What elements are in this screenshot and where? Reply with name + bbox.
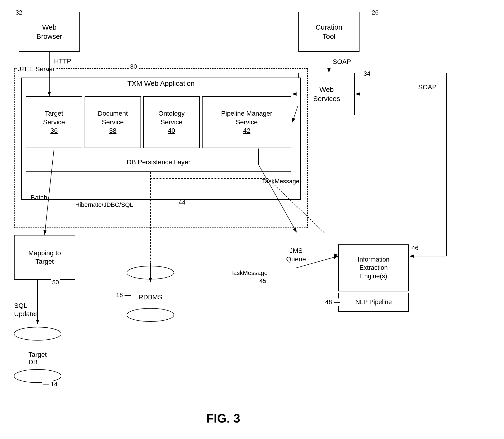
web-services-label: WebServices [313, 85, 340, 103]
svg-point-4 [127, 308, 174, 321]
figure-title: FIG. 3 [165, 411, 282, 425]
target-service-label: TargetService36 [43, 109, 65, 135]
nlp-pipeline-box: NLP Pipeline [338, 293, 409, 312]
target-db-label: TargetDB [28, 351, 47, 366]
target-db-box: TargetDB [12, 324, 63, 385]
rdbms-label: RDBMS [138, 293, 162, 301]
mapping-target-box: Mapping toTarget [14, 235, 75, 280]
nlp-pipeline-label: NLP Pipeline [355, 298, 392, 306]
svg-text:SQL: SQL [14, 302, 27, 309]
target-db-number: — 14 [42, 381, 58, 388]
svg-text:SOAP: SOAP [333, 58, 351, 65]
document-service-box: DocumentService38 [84, 96, 141, 148]
jms-queue-label: JMSQueue [286, 246, 306, 264]
pipeline-manager-label: Pipeline ManagerService42 [221, 109, 272, 135]
info-extraction-box: InformationExtractionEngine(s) [338, 244, 409, 292]
jms-queue-box: JMSQueue [268, 233, 324, 277]
db-persistence-box: DB Persistence Layer [26, 153, 291, 171]
ontology-service-label: OntologyService40 [158, 109, 185, 135]
web-browser-number: 32 — [14, 9, 31, 16]
svg-point-11 [14, 327, 61, 340]
ontology-service-box: OntologyService40 [143, 96, 200, 148]
db-persistence-label: DB Persistence Layer [127, 158, 191, 166]
curation-tool-number: — 26 [363, 9, 379, 16]
web-browser-label: WebBrowser [36, 23, 62, 41]
web-browser-box: WebBrowser [19, 12, 80, 52]
web-services-number: — 34 [355, 70, 371, 77]
svg-text:SOAP: SOAP [418, 84, 437, 91]
pipeline-manager-box: Pipeline ManagerService42 [202, 96, 291, 148]
svg-text:Updates: Updates [14, 310, 38, 317]
svg-point-5 [127, 266, 174, 279]
nlp-pipeline-number: 48 — [324, 298, 341, 306]
document-service-label: DocumentService38 [98, 109, 128, 135]
svg-text:TaskMessage: TaskMessage [230, 269, 268, 276]
jms-queue-number: 45 [258, 277, 267, 285]
curation-tool-box: CurationTool [298, 12, 360, 52]
info-extraction-number: 46 [411, 244, 420, 252]
info-extraction-label: InformationExtractionEngine(s) [358, 256, 389, 280]
j2ee-server-number: 30 [129, 63, 138, 70]
mapping-target-label: Mapping toTarget [28, 249, 61, 266]
rdbms-number: 18 — [115, 292, 132, 299]
mapping-target-number: 50 [51, 279, 60, 286]
rdbms-box: RDBMS [125, 263, 176, 324]
j2ee-server-label: J2EE Server [17, 65, 56, 73]
target-service-box: TargetService36 [26, 96, 82, 148]
diagram: WebBrowser 32 — CurationTool — 26 WebSer… [0, 0, 504, 439]
curation-tool-label: CurationTool [316, 23, 342, 41]
svg-text:HTTP: HTTP [54, 58, 71, 65]
